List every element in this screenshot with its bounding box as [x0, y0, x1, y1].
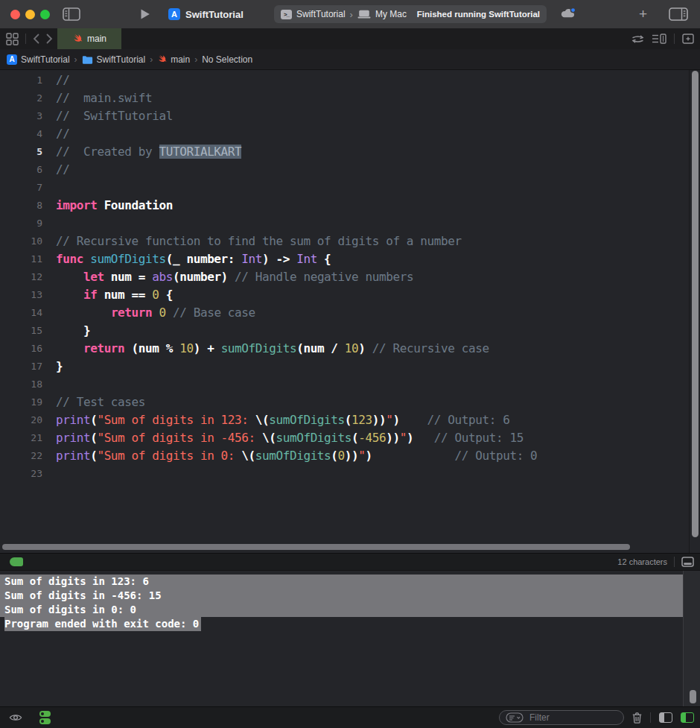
play-icon	[140, 8, 150, 20]
line-number[interactable]: 16	[0, 340, 42, 358]
variables-pane-toggle-icon[interactable]	[659, 712, 672, 723]
scheme-project-label[interactable]: SwiftTutorial	[296, 9, 346, 19]
code-line[interactable]: 17}	[0, 358, 700, 376]
line-number[interactable]: 23	[0, 465, 42, 483]
line-number[interactable]: 6	[0, 161, 42, 179]
code-line[interactable]: 7	[0, 179, 700, 197]
line-number[interactable]: 12	[0, 268, 42, 286]
inspector-sidebar-toggle-button[interactable]	[669, 7, 688, 21]
code-review-button[interactable]	[631, 34, 644, 44]
console-lines: Sum of digits in 123: 6Sum of digits in …	[0, 575, 700, 631]
code-line[interactable]: 12 let num = abs(number) // Handle negat…	[0, 268, 700, 286]
add-editor-button[interactable]	[682, 34, 694, 44]
editor-options-button[interactable]	[652, 34, 666, 44]
line-number[interactable]: 11	[0, 250, 42, 268]
line-number[interactable]: 1	[0, 72, 42, 89]
line-number[interactable]: 17	[0, 358, 42, 376]
line-number[interactable]: 5	[0, 143, 42, 161]
minimize-button[interactable]	[25, 10, 35, 19]
code-line[interactable]: 6//	[0, 161, 700, 179]
nav-back-button[interactable]	[33, 34, 39, 44]
console-line[interactable]: Program ended with exit code: 0	[0, 617, 683, 631]
breadcrumb-item-selection[interactable]: No Selection	[202, 54, 252, 65]
code-line[interactable]: 2// main.swift	[0, 89, 700, 107]
code-editor[interactable]: 1//2// main.swift3// SwiftTutorial4//5//…	[0, 70, 700, 553]
code-text: print("Sum of digits in -456: \(sumOfDig…	[56, 429, 524, 447]
code-line[interactable]: 10// Recursive function to find the sum …	[0, 232, 700, 250]
line-number[interactable]: 10	[0, 232, 42, 250]
line-number[interactable]: 19	[0, 393, 42, 411]
editor-vertical-scrollbar[interactable]	[692, 71, 699, 537]
line-number[interactable]: 2	[0, 89, 42, 107]
code-text: // Test cases	[56, 393, 145, 411]
project-app-icon: A	[168, 8, 180, 20]
close-button[interactable]	[10, 10, 20, 19]
run-button[interactable]	[140, 8, 150, 20]
code-line[interactable]: 21print("Sum of digits in -456: \(sumOfD…	[0, 429, 700, 447]
code-text: // Created by TUTORIALKART	[56, 143, 241, 161]
line-number[interactable]: 18	[0, 376, 42, 393]
console-pane-icon[interactable]	[681, 557, 694, 567]
code-line[interactable]: 1//	[0, 72, 700, 89]
code-line[interactable]: 15 }	[0, 322, 700, 340]
zoom-button[interactable]	[40, 10, 50, 19]
code-line[interactable]: 5// Created by TUTORIALKART	[0, 143, 700, 161]
code-line[interactable]: 14 return 0 // Base case	[0, 304, 700, 322]
adjust-output-button[interactable]	[9, 713, 22, 722]
line-number[interactable]: 15	[0, 322, 42, 340]
line-number[interactable]: 13	[0, 286, 42, 304]
code-text: return 0 // Base case	[56, 304, 255, 322]
line-number[interactable]: 8	[0, 197, 42, 215]
console-scrollbar-track[interactable]	[683, 571, 700, 706]
code-line[interactable]: 8import Foundation	[0, 197, 700, 215]
code-text: let num = abs(number) // Handle negative…	[56, 268, 413, 286]
editor-horizontal-scrollbar[interactable]	[2, 544, 630, 550]
console-scrollbar-thumb[interactable]	[690, 690, 696, 703]
line-number[interactable]: 21	[0, 429, 42, 447]
code-line[interactable]: 22print("Sum of digits in 0: \(sumOfDigi…	[0, 447, 700, 465]
nav-forward-button[interactable]	[46, 34, 53, 44]
run-success-badge	[10, 557, 23, 566]
filter-icon	[506, 712, 524, 723]
breadcrumb-item-project[interactable]: A SwiftTutorial	[7, 54, 70, 65]
code-line[interactable]: 18	[0, 376, 700, 393]
code-line[interactable]: 4//	[0, 125, 700, 143]
line-number[interactable]: 14	[0, 304, 42, 322]
code-text: //	[56, 125, 69, 143]
breadcrumb-item-group[interactable]: SwiftTutorial	[82, 54, 146, 65]
filter-input[interactable]	[528, 712, 617, 724]
line-number[interactable]: 20	[0, 411, 42, 429]
line-number[interactable]: 3	[0, 107, 42, 125]
divider	[674, 34, 675, 44]
console-output[interactable]: Sum of digits in 123: 6Sum of digits in …	[0, 571, 700, 706]
code-line[interactable]: 11func sumOfDigits(_ number: Int) -> Int…	[0, 250, 700, 268]
console-filter-field[interactable]	[499, 710, 624, 725]
code-line[interactable]: 3// SwiftTutorial	[0, 107, 700, 125]
tab-main[interactable]: main	[57, 28, 121, 49]
console-pane-toggle-icon[interactable]	[681, 712, 694, 723]
line-number[interactable]: 7	[0, 179, 42, 197]
code-line[interactable]: 19// Test cases	[0, 393, 700, 411]
variables-view-toggle-button[interactable]	[39, 711, 51, 724]
line-number[interactable]: 22	[0, 447, 42, 465]
clear-console-button[interactable]	[632, 712, 642, 724]
scheme-destination-label[interactable]: My Mac	[375, 9, 407, 19]
line-number[interactable]: 9	[0, 215, 42, 232]
add-tab-button[interactable]: +	[639, 7, 647, 22]
line-number[interactable]: 4	[0, 125, 42, 143]
console-line[interactable]: Sum of digits in 123: 6	[0, 575, 683, 589]
scheme-selector[interactable]: >_ SwiftTutorial › My Mac Finished runni…	[274, 5, 547, 23]
console-line[interactable]: Sum of digits in -456: 15	[0, 589, 683, 603]
console-line[interactable]: Sum of digits in 0: 0	[0, 603, 683, 617]
navigator-sidebar-toggle-button[interactable]	[63, 7, 80, 21]
cloud-sync-button[interactable]	[560, 7, 577, 19]
breadcrumb-item-file[interactable]: main	[157, 54, 190, 65]
code-line[interactable]: 13 if num == 0 {	[0, 286, 700, 304]
code-line[interactable]: 9	[0, 215, 700, 232]
code-line[interactable]: 20print("Sum of digits in 123: \(sumOfDi…	[0, 411, 700, 429]
code-text: print("Sum of digits in 0: \(sumOfDigits…	[56, 447, 537, 465]
code-line[interactable]: 16 return (num % 10) + sumOfDigits(num /…	[0, 340, 700, 358]
code-lines: 1//2// main.swift3// SwiftTutorial4//5//…	[0, 70, 700, 483]
code-line[interactable]: 23	[0, 465, 700, 483]
editor-overview-button[interactable]	[6, 33, 19, 45]
